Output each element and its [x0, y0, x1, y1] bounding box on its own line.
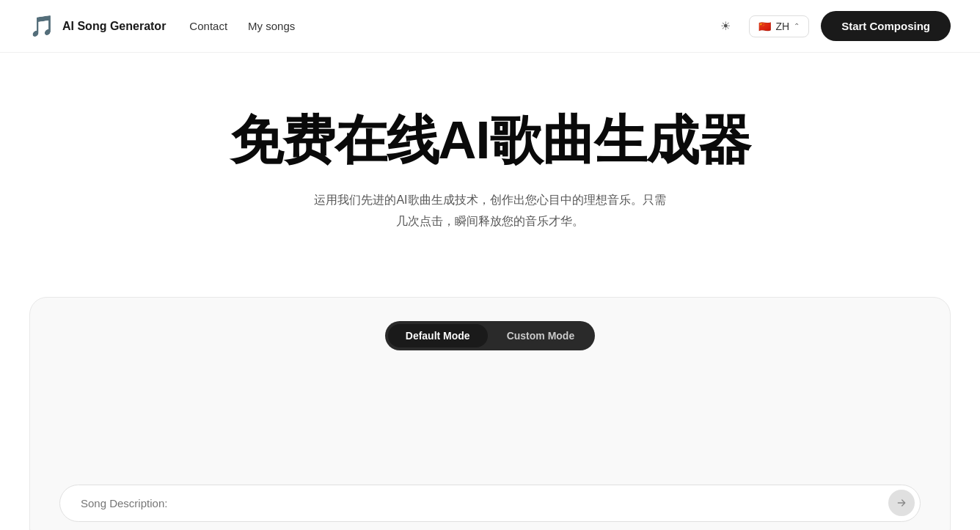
music-note-icon: 🎵: [29, 16, 55, 37]
chevron-down-icon: ⌃: [794, 22, 800, 30]
input-wrapper: [59, 485, 921, 522]
mode-toggle-inner: Default Mode Custom Mode: [385, 321, 595, 350]
song-description-area: [59, 485, 921, 522]
nav-links: Contact My songs: [189, 20, 295, 32]
nav-my-songs[interactable]: My songs: [248, 20, 295, 32]
song-description-input[interactable]: [59, 485, 921, 522]
hero-title: 免费在线AI歌曲生成器: [29, 111, 951, 169]
custom-mode-button[interactable]: Custom Mode: [489, 324, 593, 347]
header: 🎵 AI Song Generator Contact My songs ☀ 🇨…: [0, 0, 980, 53]
nav-contact[interactable]: Contact: [189, 20, 227, 32]
logo-text: AI Song Generator: [62, 20, 166, 33]
hero-section: 免费在线AI歌曲生成器 运用我们先进的AI歌曲生成技术，创作出您心目中的理想音乐…: [0, 53, 980, 297]
arrow-right-icon: [896, 497, 907, 509]
lang-code: ZH: [775, 21, 789, 32]
flag-icon: 🇨🇳: [758, 21, 771, 32]
main-card: Default Mode Custom Mode: [29, 297, 951, 530]
theme-toggle-icon[interactable]: ☀: [714, 15, 737, 38]
submit-description-button[interactable]: [888, 490, 915, 516]
language-selector[interactable]: 🇨🇳 ZH ⌃: [749, 15, 809, 37]
logo-area: 🎵 AI Song Generator: [29, 16, 166, 37]
header-left: 🎵 AI Song Generator Contact My songs: [29, 16, 295, 37]
start-composing-button[interactable]: Start Composing: [821, 11, 951, 41]
default-mode-button[interactable]: Default Mode: [388, 324, 488, 347]
header-right: ☀ 🇨🇳 ZH ⌃ Start Composing: [714, 11, 951, 41]
mode-toggle: Default Mode Custom Mode: [59, 321, 921, 350]
hero-subtitle: 运用我们先进的AI歌曲生成技术，创作出您心目中的理想音乐。只需几次点击，瞬间释放…: [314, 190, 666, 232]
